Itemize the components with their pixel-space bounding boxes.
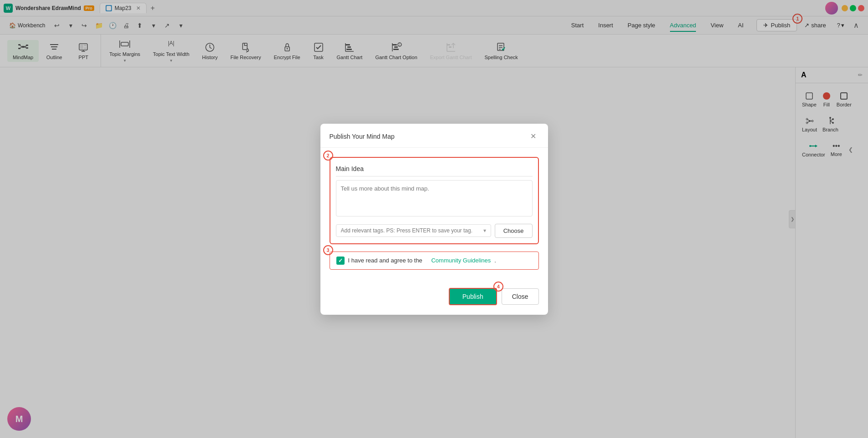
- modal-title: Publish Your Mind Map: [330, 133, 395, 140]
- form-section: ▾ Choose: [330, 157, 539, 244]
- annotation-4-pos: 4: [493, 282, 503, 292]
- publish-modal-button[interactable]: Publish: [449, 288, 497, 305]
- modal-body: 2 ▾ Choose: [320, 148, 548, 288]
- agree-checkbox-row: I have read and agree to the Community G…: [330, 252, 539, 270]
- tags-input-wrap: ▾: [336, 224, 491, 237]
- tags-row: ▾ Choose: [336, 224, 533, 238]
- modal-footer: 4 Publish Close: [320, 288, 548, 314]
- agree-suffix: .: [494, 257, 496, 264]
- checkbox-section-wrapper: 3 I have read and agree to the Community…: [330, 252, 539, 270]
- description-textarea[interactable]: [336, 180, 533, 216]
- tags-dropdown-icon[interactable]: ▾: [483, 227, 486, 234]
- modal-header: Publish Your Mind Map ✕: [320, 124, 548, 148]
- annotation-2-pos: 2: [323, 151, 333, 161]
- modal-overlay: Publish Your Mind Map ✕ 2: [0, 0, 868, 438]
- form-section-wrapper: 2 ▾ Choose: [330, 157, 539, 244]
- publish-btn-wrapper: 4 Publish: [449, 288, 497, 305]
- community-guidelines-link[interactable]: Community Guidelines: [431, 257, 491, 264]
- close-modal-button[interactable]: Close: [502, 288, 539, 305]
- annotation-2: 2: [323, 151, 333, 161]
- agree-checkbox[interactable]: [336, 257, 345, 265]
- annotation-3-pos: 3: [323, 245, 333, 255]
- annotation-4: 4: [493, 282, 503, 292]
- choose-button[interactable]: Choose: [495, 224, 533, 238]
- publish-modal: Publish Your Mind Map ✕ 2: [320, 124, 548, 315]
- modal-close-button[interactable]: ✕: [528, 131, 539, 142]
- annotation-3: 3: [323, 245, 333, 255]
- tags-input[interactable]: [341, 227, 482, 234]
- agree-text: I have read and agree to the: [348, 257, 422, 264]
- title-input[interactable]: [336, 163, 533, 176]
